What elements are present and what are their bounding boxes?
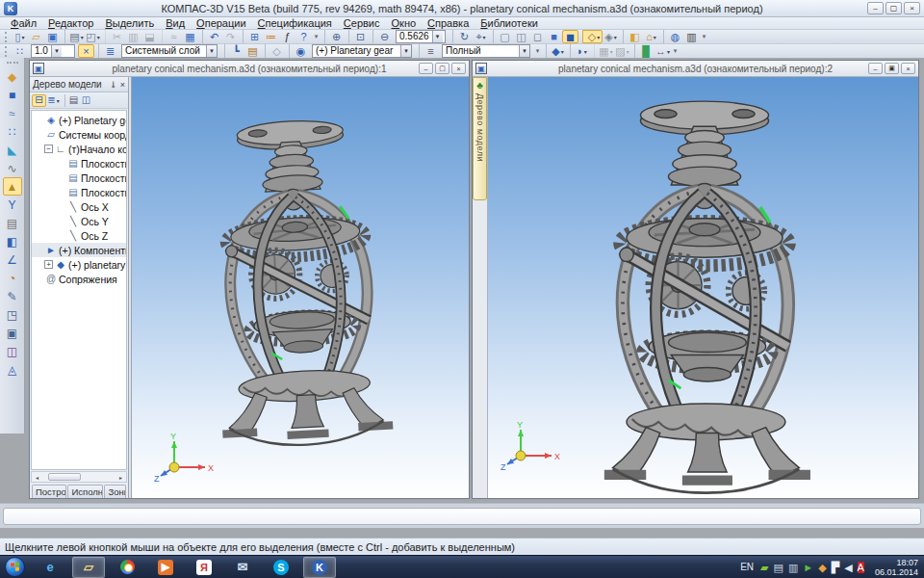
menu-item[interactable]: Вид: [161, 17, 190, 29]
measurements-3d-icon[interactable]: ∠: [3, 250, 22, 269]
conditional-marks-icon[interactable]: ◧: [3, 232, 22, 250]
tree-expander[interactable]: +: [44, 260, 53, 269]
perspective-icon[interactable]: ◇: [582, 30, 603, 43]
stamp-icon[interactable]: ◫: [3, 342, 22, 360]
printer-icon[interactable]: ▤: [774, 562, 783, 573]
update-icon[interactable]: ◆: [818, 562, 826, 573]
refresh-view-icon[interactable]: ↻: [452, 30, 473, 43]
scroll-left-icon[interactable]: ◂: [32, 472, 42, 482]
file-explorer-icon[interactable]: ▱: [72, 557, 105, 578]
panel-grip[interactable]: [7, 62, 18, 64]
tree-expander[interactable]: [57, 159, 65, 168]
mold-tools-icon[interactable]: ▣: [3, 324, 22, 342]
media-player-icon[interactable]: ▶: [149, 557, 182, 578]
surface-modeling-icon[interactable]: ≈: [3, 104, 22, 122]
paste-icon[interactable]: ⬓: [141, 30, 158, 43]
network-devices-icon[interactable]: ▥: [788, 562, 798, 573]
new-document-icon[interactable]: ▯: [12, 30, 28, 43]
antivirus-icon[interactable]: ▰: [760, 562, 768, 573]
copy-properties-icon[interactable]: ≈: [162, 30, 182, 43]
auto-dimension-icon[interactable]: ↔: [654, 44, 671, 58]
tree-horizontal-scrollbar[interactable]: ◂ ▸: [31, 471, 127, 483]
component-color-icon[interactable]: ▉: [634, 44, 654, 58]
toolbar-overflow-icon[interactable]: ▾: [700, 30, 708, 43]
tree-expander[interactable]: [57, 202, 65, 211]
menu-item[interactable]: Библиотеки: [475, 17, 543, 29]
window1-close-button[interactable]: ×: [451, 63, 466, 74]
rebuild-icon[interactable]: ◍: [663, 30, 683, 43]
kompas-3d-icon[interactable]: K: [303, 557, 336, 578]
space-curves-icon[interactable]: ∿: [3, 159, 22, 177]
orientation-icon[interactable]: ⌖: [473, 30, 489, 43]
inspection-icon[interactable]: ◔: [3, 269, 22, 287]
zoom-in-icon[interactable]: ⊕: [324, 30, 345, 43]
tree-item[interactable]: − ∟ (т)Начало координа: [32, 142, 126, 156]
remote-access-icon[interactable]: ►: [803, 562, 813, 573]
tree-item[interactable]: ▤ Плоскость ZY: [32, 185, 126, 199]
print-preview-icon[interactable]: ◰: [85, 30, 101, 43]
array-copy-icon[interactable]: ▨: [614, 44, 630, 58]
simplifications-icon[interactable]: ⌂: [643, 30, 659, 43]
layers-icon[interactable]: ≣: [98, 44, 118, 58]
cut-icon[interactable]: ✂: [105, 30, 125, 43]
snap-icon[interactable]: ×: [78, 44, 94, 58]
properties-table-icon[interactable]: ▦: [182, 30, 198, 43]
tree-panel-tab[interactable]: Построе...: [32, 485, 66, 498]
model-3d-view-1[interactable]: [168, 102, 426, 449]
toolbar-overflow-icon[interactable]: ▾: [533, 44, 542, 58]
fx-icon[interactable]: ƒ: [279, 30, 295, 43]
yandex-browser-icon[interactable]: Я: [188, 557, 220, 578]
viewport-2[interactable]: X Y Z: [488, 77, 918, 498]
internet-explorer-icon[interactable]: e: [34, 557, 66, 578]
tree-item[interactable]: ╲ Ось Y: [32, 214, 126, 228]
tree-item[interactable]: @ Сопряжения: [32, 272, 126, 286]
menu-item[interactable]: Спецификация: [253, 17, 337, 29]
tree-expander[interactable]: [35, 116, 43, 124]
tree-panel-tab[interactable]: Исполне...: [67, 485, 103, 498]
section-view-icon[interactable]: ◧: [623, 30, 643, 43]
model-tree-icon[interactable]: ┗: [224, 44, 244, 58]
toolbar-overflow-icon[interactable]: ▾: [671, 44, 680, 58]
specification-icon[interactable]: Y: [3, 196, 22, 214]
tree-expander[interactable]: −: [44, 144, 53, 153]
window1-minimize-button[interactable]: –: [419, 63, 433, 74]
calculator-icon[interactable]: ⊞: [243, 30, 263, 43]
edit-component-icon[interactable]: ◉: [289, 44, 309, 58]
volume-icon[interactable]: ◀: [844, 562, 852, 573]
menu-item[interactable]: Сервис: [339, 17, 385, 29]
scrollbar-thumb[interactable]: [48, 473, 81, 481]
zoom-out-icon[interactable]: ⊖: [372, 30, 393, 43]
tree-expander[interactable]: [57, 173, 65, 182]
auxiliary-geometry-icon[interactable]: ◣: [3, 141, 22, 159]
solid-body-icon[interactable]: ◗: [570, 44, 590, 58]
tree-expander[interactable]: [57, 188, 65, 197]
sketch-icon[interactable]: ✎: [3, 287, 22, 305]
app-minimize-button[interactable]: –: [867, 2, 884, 14]
reports-icon[interactable]: ▤: [3, 214, 22, 232]
start-button[interactable]: [5, 557, 25, 577]
current-component-combo[interactable]: (+) Planetary gear ▼: [312, 44, 412, 58]
sheet-metal-icon[interactable]: ◳: [3, 305, 22, 324]
arrays-icon[interactable]: ∷: [3, 122, 22, 141]
tree-report-icon[interactable]: ▤: [64, 94, 79, 107]
shaded-icon[interactable]: ■: [546, 30, 562, 43]
filter-objects-icon[interactable]: ◆: [546, 44, 566, 58]
tree-expander[interactable]: [57, 231, 65, 240]
tree-structure-icon[interactable]: ⊟: [32, 94, 46, 107]
boolean-operation-icon[interactable]: ▦: [594, 44, 614, 58]
tree-panel-tab[interactable]: Зоны: [104, 485, 126, 498]
chevron-down-icon[interactable]: ▼: [400, 45, 411, 57]
tree-relations-icon[interactable]: ◫: [79, 94, 93, 107]
step-combo[interactable]: 1.0 ▼: [31, 44, 75, 58]
chrome-icon[interactable]: [111, 557, 143, 578]
edit-part-icon[interactable]: ◆: [3, 67, 22, 86]
menu-item[interactable]: Справка: [423, 17, 474, 29]
toolbar-grip[interactable]: [5, 32, 9, 42]
tree-item[interactable]: ◈ (+) Planetary gears (Тел-0, С: [32, 113, 126, 127]
taskbar-clock[interactable]: 18:07 06.01.2014: [871, 558, 918, 577]
skype-icon[interactable]: S: [265, 557, 297, 578]
hide-objects-icon[interactable]: ◈: [603, 30, 619, 43]
chevron-down-icon[interactable]: ▼: [519, 45, 529, 57]
window2-minimize-button[interactable]: –: [868, 63, 883, 74]
tree-composition-icon[interactable]: ≣: [46, 94, 61, 107]
